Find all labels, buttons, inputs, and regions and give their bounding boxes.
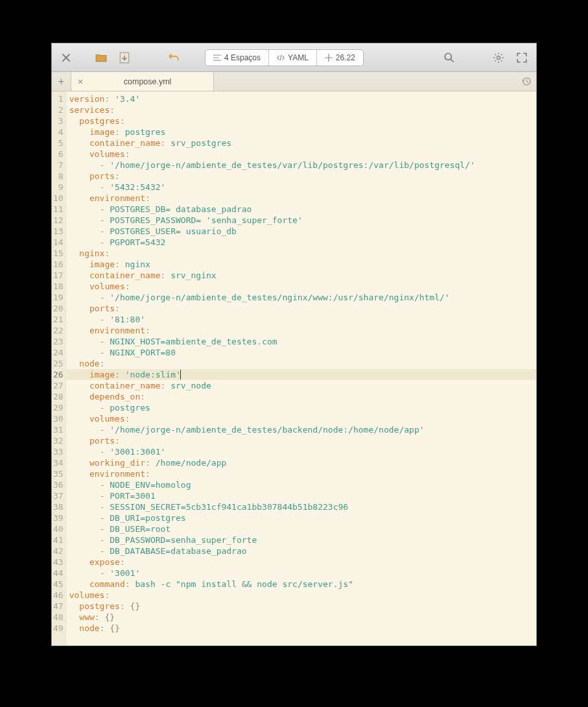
line-number: 23 [53,336,64,347]
line-number: 20 [53,303,64,314]
code-line[interactable]: - NGINX_HOST=ambiente_de_testes.com [67,336,536,347]
close-button[interactable] [56,48,76,67]
code-line[interactable]: - DB_URI=postgres [67,512,536,523]
code-line[interactable]: - POSTGRES_USER= usuario_db [67,226,536,237]
code-line[interactable]: - PGPORT=5432 [67,237,536,248]
line-number: 40 [53,523,64,534]
code-line[interactable]: node: {} [67,623,536,634]
code-line[interactable]: image: postgres [67,126,536,138]
code-line[interactable]: volumes: [67,590,536,601]
code-line[interactable]: ports: [67,435,536,446]
new-tab-button[interactable]: + [52,72,71,91]
code-line[interactable]: ports: [67,171,536,182]
code-line[interactable]: - POSTGRES_DB= database_padrao [67,204,536,215]
code-content[interactable]: version: '3.4'services: postgres: image:… [67,91,536,645]
code-line[interactable]: - SESSION_SECRET=5cb31cf941ca1bb307844b5… [67,501,536,512]
code-line[interactable]: - '5432:5432' [67,182,536,193]
fullscreen-button[interactable] [512,48,532,67]
search-button[interactable] [439,48,460,67]
line-number: 2 [53,104,64,115]
line-number: 37 [53,490,64,501]
code-line[interactable]: - DB_USER=root [67,523,536,534]
line-number: 13 [53,226,64,237]
svg-point-1 [445,53,451,60]
code-line[interactable]: volumes: [67,281,536,292]
line-number: 15 [53,248,64,259]
line-number: 48 [53,612,64,623]
position-indicator[interactable]: 26.22 [317,50,363,66]
tab-close-button[interactable]: × [78,77,83,87]
save-button[interactable] [114,48,135,67]
line-number: 33 [53,446,64,457]
line-number: 21 [53,314,64,325]
line-number: 35 [53,468,64,479]
code-line[interactable]: environment: [67,325,536,336]
code-line[interactable]: environment: [67,468,536,479]
code-line[interactable]: - NGINX_PORT=80 [67,347,536,358]
indent-selector[interactable]: 4 Espaços [206,50,269,66]
code-line[interactable]: container_name: srv_postgres [67,138,536,149]
line-number: 34 [53,457,64,468]
line-number: 41 [53,534,64,545]
line-number: 38 [53,501,64,512]
code-line[interactable]: - '3001:3001' [67,446,536,457]
code-line[interactable]: - DB_DATABASE=database_padrao [67,545,536,557]
code-line[interactable]: services: [67,104,536,115]
code-line[interactable]: - '3001' [67,568,536,579]
open-folder-button[interactable] [91,48,112,67]
undo-icon [168,52,180,64]
position-icon [325,54,333,62]
line-number: 4 [53,126,64,138]
line-number: 1 [53,93,64,104]
code-line[interactable]: working_dir: /home/node/app [67,457,536,468]
indent-label: 4 Espaços [224,53,261,62]
code-line[interactable]: volumes: [67,413,536,424]
code-line[interactable]: expose: [67,557,536,568]
code-line[interactable]: - NODE_ENV=homolog [67,479,536,490]
code-line[interactable]: command: bash -c "npm install && node sr… [67,579,536,590]
code-line[interactable]: - '81:80' [67,314,536,325]
code-line[interactable]: node: [67,358,536,369]
code-line[interactable]: container_name: srv_node [67,380,536,391]
code-line[interactable]: - POSTGRES_PASSWORD= 'senha_super_forte' [67,215,536,226]
code-line[interactable]: image: 'node:slim' [67,369,536,380]
code-line[interactable]: volumes: [67,149,536,160]
line-number-gutter: 1234567891011121314151617181920212223242… [52,91,67,645]
line-number: 3 [53,115,64,126]
tab-compose-yml[interactable]: × compose.yml [71,72,214,91]
line-number: 46 [53,590,64,601]
line-number: 29 [53,402,64,413]
line-number: 44 [53,568,64,579]
code-line[interactable]: version: '3.4' [67,93,536,104]
syntax-selector[interactable]: YAML [269,50,317,66]
code-line[interactable]: - PORT=3001 [67,490,536,501]
code-line[interactable]: - postgres [67,402,536,413]
code-line[interactable]: nginx: [67,248,536,259]
line-number: 36 [53,479,64,490]
code-line[interactable]: depends_on: [67,391,536,402]
undo-button[interactable] [163,48,184,67]
search-icon [443,52,455,64]
line-number: 19 [53,292,64,303]
history-button[interactable] [517,72,536,91]
settings-button[interactable] [488,48,509,67]
code-line[interactable]: - DB_PASSWORD=senha_super_forte [67,534,536,545]
code-line[interactable]: www: {} [67,612,536,623]
code-line[interactable]: ports: [67,303,536,314]
line-number: 8 [53,171,64,182]
code-line[interactable]: - '/home/jorge-n/ambiente_de_testes/ngin… [67,292,536,303]
code-line[interactable]: - '/home/jorge-n/ambiente_de_testes/back… [67,424,536,435]
line-number: 49 [53,623,64,634]
line-number: 5 [53,138,64,149]
code-line[interactable]: - '/home/jorge-n/ambiente_de_testes/var/… [67,160,536,171]
code-line[interactable]: environment: [67,193,536,204]
code-editor[interactable]: 1234567891011121314151617181920212223242… [52,91,536,645]
line-number: 6 [53,149,64,160]
code-line[interactable]: container_name: srv_nginx [67,270,536,281]
text-cursor [180,370,181,379]
code-line[interactable]: postgres: [67,115,536,126]
line-number: 30 [53,413,64,424]
line-number: 14 [53,237,64,248]
code-line[interactable]: postgres: {} [67,601,536,612]
code-line[interactable]: image: nginx [67,259,536,270]
